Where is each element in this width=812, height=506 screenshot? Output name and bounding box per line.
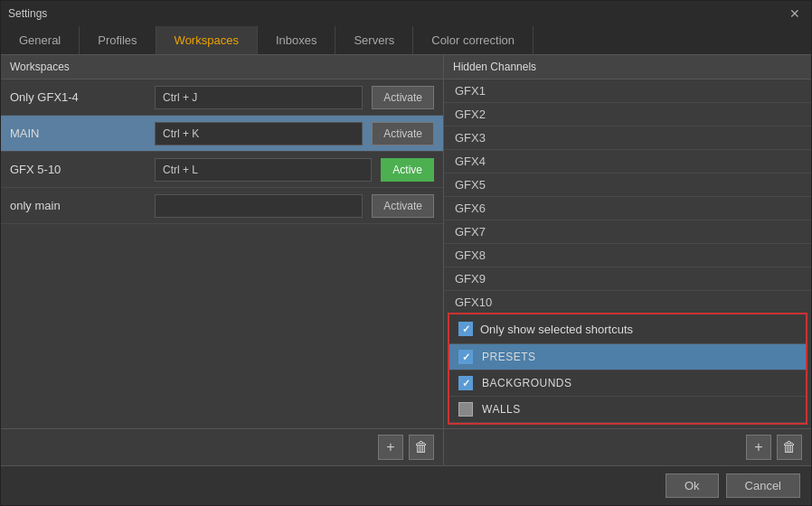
channel-list: GFX1 GFX2 GFX3 GFX4 GFX5 GFX6 GFX7 GFX8 …	[444, 80, 811, 309]
channel-row[interactable]: GFX7	[444, 220, 811, 244]
shortcut-item-backgrounds[interactable]: BACKGROUNDS	[449, 370, 806, 397]
shortcut-label: WALLS	[482, 403, 521, 416]
left-panel: Workspaces Only GFX1-4 Activate MAIN Act…	[1, 55, 444, 465]
workspace-row[interactable]: MAIN Activate	[1, 116, 443, 152]
channel-row[interactable]: GFX9	[444, 267, 811, 291]
tab-profiles[interactable]: Profiles	[80, 26, 156, 54]
shortcuts-header-label: Only show selected shortcuts	[480, 323, 633, 336]
channel-row[interactable]: GFX5	[444, 173, 811, 197]
activate-button[interactable]: Active	[381, 158, 434, 182]
hidden-channels-header: Hidden Channels	[444, 55, 811, 80]
shortcut-item-presets[interactable]: PRESETS	[449, 344, 806, 370]
ok-button[interactable]: Ok	[666, 473, 719, 498]
delete-channel-button[interactable]: 🗑	[777, 435, 802, 460]
channel-row[interactable]: GFX3	[444, 126, 811, 150]
activate-button[interactable]: Activate	[372, 86, 434, 109]
shortcut-label: BACKGROUNDS	[482, 377, 572, 389]
channel-row[interactable]: GFX1	[444, 80, 811, 103]
footer: Ok Cancel	[1, 465, 811, 505]
channel-row[interactable]: GFX4	[444, 150, 811, 173]
workspace-name: GFX 5-10	[10, 163, 155, 176]
settings-window: Settings ✕ General Profiles Workspaces I…	[0, 0, 812, 506]
workspace-row[interactable]: only main Activate	[1, 188, 443, 224]
cancel-button[interactable]: Cancel	[726, 473, 800, 498]
close-button[interactable]: ✕	[786, 6, 804, 21]
workspace-list: Only GFX1-4 Activate MAIN Activate GFX 5…	[1, 80, 443, 428]
tab-inboxes[interactable]: Inboxes	[258, 26, 336, 54]
tab-workspaces[interactable]: Workspaces	[156, 26, 258, 54]
workspace-name: Only GFX1-4	[10, 90, 155, 104]
workspace-name: only main	[10, 199, 155, 212]
workspace-row[interactable]: Only GFX1-4 Activate	[1, 80, 443, 116]
activate-button[interactable]: Activate	[372, 122, 434, 145]
tab-bar: General Profiles Workspaces Inboxes Serv…	[1, 26, 811, 55]
backgrounds-checkbox[interactable]	[458, 376, 473, 390]
content-area: Workspaces Only GFX1-4 Activate MAIN Act…	[1, 55, 811, 465]
shortcut-input[interactable]	[155, 194, 363, 218]
channel-row[interactable]: GFX6	[444, 197, 811, 220]
left-toolbar: + 🗑	[1, 428, 443, 465]
titlebar: Settings ✕	[1, 1, 811, 26]
delete-icon: 🗑	[414, 439, 429, 455]
right-toolbar: + 🗑	[444, 428, 811, 465]
walls-checkbox[interactable]	[458, 402, 473, 417]
shortcuts-section: Only show selected shortcuts PRESETS BAC…	[448, 313, 807, 425]
shortcut-input[interactable]	[155, 158, 372, 182]
right-panel: Hidden Channels GFX1 GFX2 GFX3 GFX4 GFX5…	[444, 55, 811, 465]
shortcut-item-walls[interactable]: WALLS	[449, 397, 806, 423]
presets-checkbox[interactable]	[458, 350, 473, 364]
activate-button[interactable]: Activate	[372, 194, 434, 218]
shortcut-input[interactable]	[155, 86, 363, 109]
workspaces-header: Workspaces	[1, 55, 443, 80]
tab-color-correction[interactable]: Color correction	[413, 26, 533, 54]
add-channel-button[interactable]: +	[746, 435, 771, 460]
delete-icon: 🗑	[782, 439, 797, 455]
delete-workspace-button[interactable]: 🗑	[409, 435, 434, 460]
shortcut-label: PRESETS	[482, 351, 536, 363]
tab-servers[interactable]: Servers	[335, 26, 413, 54]
workspace-name: MAIN	[10, 126, 155, 140]
shortcuts-toggle-checkbox[interactable]	[458, 322, 473, 336]
tab-general[interactable]: General	[1, 26, 80, 54]
workspace-row[interactable]: GFX 5-10 Active	[1, 152, 443, 188]
shortcut-input[interactable]	[155, 122, 363, 145]
channel-row[interactable]: GFX10	[444, 291, 811, 309]
channel-row[interactable]: GFX8	[444, 244, 811, 267]
shortcuts-header: Only show selected shortcuts	[449, 314, 806, 344]
add-workspace-button[interactable]: +	[378, 435, 403, 460]
window-title: Settings	[8, 7, 47, 20]
channel-row[interactable]: GFX2	[444, 103, 811, 126]
